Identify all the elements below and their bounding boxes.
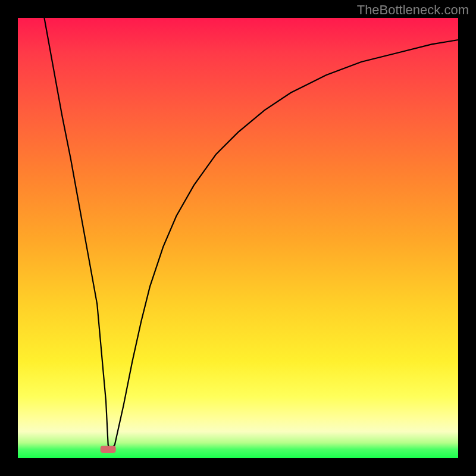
- chart-frame: TheBottleneck.com: [0, 0, 476, 476]
- watermark-text: TheBottleneck.com: [357, 2, 469, 18]
- bottleneck-curve: [44, 18, 458, 449]
- curve-layer: [18, 18, 458, 458]
- minimum-marker: [101, 446, 116, 453]
- plot-area: [18, 18, 458, 458]
